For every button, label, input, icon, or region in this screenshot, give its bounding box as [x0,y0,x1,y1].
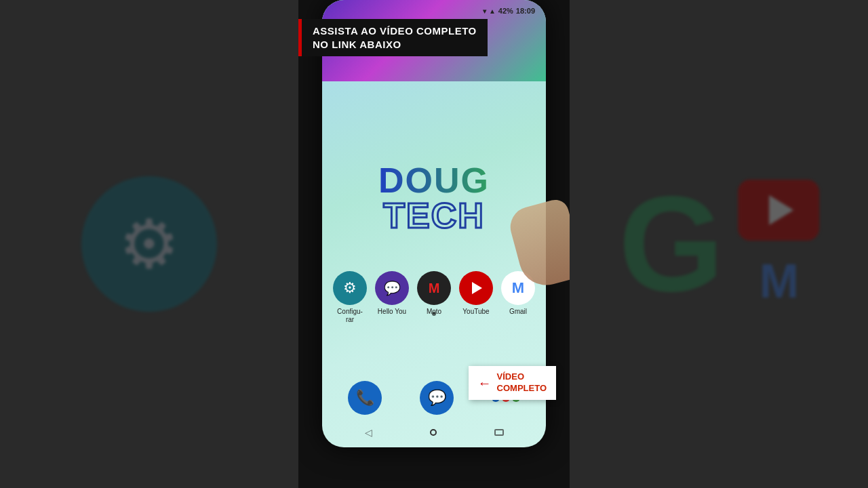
app-item-helloyou[interactable]: 💬 Hello You [373,271,411,316]
gmail-bg-letter: M [760,254,797,308]
app-item-configurar[interactable]: ⚙ Configu-rar [331,271,369,324]
wifi-icon: ▾ [483,7,486,15]
youtube-bg-icon [738,180,819,241]
page-indicator [432,312,436,316]
app-label-youtube: YouTube [462,308,489,316]
banner-line2: NO LINK ABAIXO [313,38,477,52]
app-label-gmail: Gmail [509,308,527,316]
back-button[interactable]: ◁ [365,427,372,438]
youtube-icon[interactable] [459,271,493,305]
signal-icon: ▲ [489,7,496,15]
youtube-play-triangle [472,282,482,294]
app-item-youtube[interactable]: YouTube [457,271,495,316]
phone-area: ▾ ▲ 42% 18:09 DOUG TECH ⚙ Configu-rar 💬 … [298,0,570,488]
battery-level: 42% [498,7,513,15]
app-label-configurar: Configu-rar [337,308,363,324]
moto-icon[interactable]: M [417,271,451,305]
background-right: G M [570,0,868,488]
app-row: ⚙ Configu-rar 💬 Hello You M Moto [329,271,539,324]
home-button[interactable] [430,429,437,436]
recents-button[interactable] [494,429,504,436]
banner-line1: ASSISTA AO VÍDEO COMPLETO [313,24,477,38]
arrow-icon: ← [478,374,492,392]
app-label-helloyou: Hello You [378,308,406,316]
nav-bar: ◁ [322,423,546,442]
dock-message-icon[interactable]: 💬 [420,381,454,415]
status-bar: ▾ ▲ 42% 18:09 [483,7,535,15]
video-badge-line2: COMPLETO [497,383,547,394]
app-item-moto[interactable]: M Moto [415,271,453,316]
helloyou-icon[interactable]: 💬 [375,271,409,305]
dock-phone-icon[interactable]: 📞 [348,381,382,415]
background-left: ⚙ [0,0,298,488]
gear-bg-icon: ⚙ [81,176,217,312]
video-badge-line1: VÍDEO [497,371,547,383]
video-badge: ← VÍDEO COMPLETO [469,366,556,400]
time-display: 18:09 [516,7,535,15]
google-g-bg: G [618,176,724,312]
overlay-banner: ASSISTA AO VÍDEO COMPLETO NO LINK ABAIXO [298,19,488,56]
settings-icon[interactable]: ⚙ [333,271,367,305]
brand-line1: DOUG [378,163,490,198]
brand-line2: TECH [378,198,490,233]
brand-area: DOUG TECH [378,163,490,233]
indicator-dot-1 [432,312,436,316]
